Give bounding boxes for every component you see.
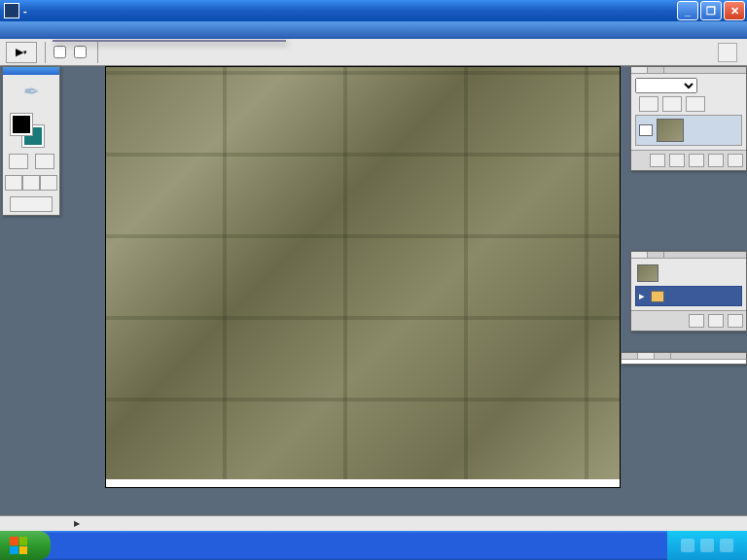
close-button[interactable]: ✕ [724,1,745,20]
open-icon [651,291,664,302]
maximize-button[interactable]: ❐ [700,1,722,20]
tab-styles[interactable] [655,353,671,359]
history-panel: ▸ [630,251,747,332]
screen-mode-2-button[interactable] [22,175,40,191]
tray-icon[interactable] [720,539,733,552]
tab-swatches[interactable] [638,353,655,359]
auto-select-checkbox[interactable] [53,46,66,58]
tab-actions[interactable] [648,252,664,258]
history-snapshot[interactable] [635,262,742,284]
workspace-icon[interactable] [718,43,737,62]
new-doc-from-state-button[interactable] [689,314,704,328]
show-transform-checkbox[interactable] [74,46,89,58]
lock-pixels-button[interactable] [662,96,682,112]
system-tray [667,531,747,560]
tab-history[interactable] [631,252,648,258]
edit-menu-dropdown [53,40,286,42]
status-bar: ▶ [0,515,747,531]
imageready-button[interactable] [10,196,53,212]
screen-mode-3-button[interactable] [40,175,57,191]
panel-grip[interactable] [3,67,59,75]
title-bar: - _ ❐ ✕ [0,0,747,21]
delete-state-button[interactable] [728,314,743,328]
new-snapshot-button[interactable] [708,314,724,328]
window-title: - [23,5,677,17]
layer-fx-button[interactable] [650,154,665,167]
layer-mask-button[interactable] [669,154,685,167]
quickmask-mode-button[interactable] [35,154,54,169]
layer-new-button[interactable] [708,154,724,167]
status-menu-arrow-icon[interactable]: ▶ [74,519,80,528]
tool-preset-button[interactable]: ▶▾ [6,42,37,63]
menu-bar [0,21,747,39]
start-button[interactable] [0,531,51,560]
screen-mode-1-button[interactable] [5,175,22,191]
canvas-image[interactable] [106,67,620,479]
ps-logo-icon: ✒ [3,75,59,108]
layer-delete-button[interactable] [728,154,743,167]
blend-mode-select[interactable] [635,78,697,93]
tab-paths[interactable] [648,67,664,73]
layer-row[interactable] [635,115,742,146]
history-step[interactable]: ▸ [635,286,742,306]
toolbox-panel: ✒ [2,66,60,216]
layers-panel [630,66,747,171]
app-icon [4,3,19,18]
lock-transparency-button[interactable] [639,96,658,112]
standard-mode-button[interactable] [9,154,28,169]
layer-folder-button[interactable] [689,154,704,167]
tray-icon[interactable] [700,539,714,552]
lock-position-button[interactable] [686,96,705,112]
document-window [105,66,621,488]
minimize-button[interactable]: _ [677,1,698,20]
foreground-color-swatch[interactable] [11,114,32,135]
taskbar [0,531,747,560]
options-bar: ▶▾ [0,39,747,66]
swatches-panel [621,352,747,365]
tab-color[interactable] [622,353,638,359]
visibility-icon[interactable] [639,124,653,136]
layer-thumbnail[interactable] [657,119,684,142]
history-thumbnail [637,264,658,282]
workspace: ✒ [0,66,747,531]
tray-icon[interactable] [681,539,694,552]
color-swatches [7,112,55,147]
windows-logo-icon [10,537,27,554]
tab-layers[interactable] [631,67,648,73]
